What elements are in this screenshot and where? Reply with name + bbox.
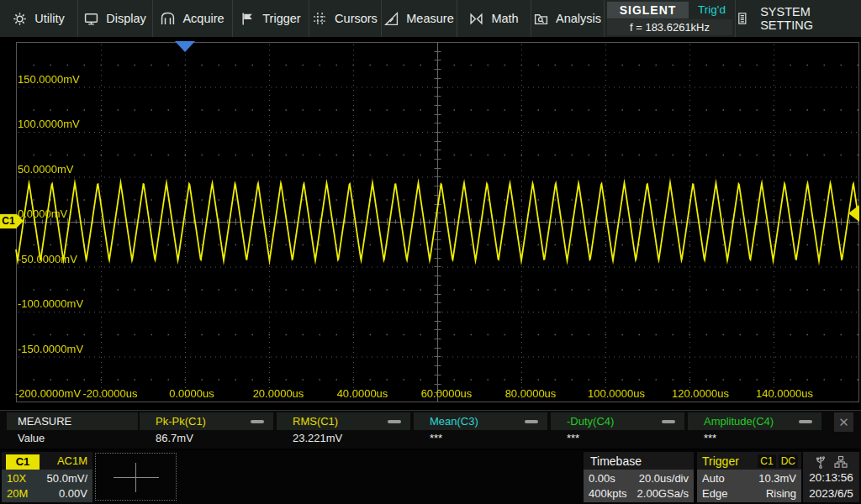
- menu-measure-label: Measure: [406, 12, 453, 25]
- measure-col-name: RMS(C1): [293, 415, 338, 428]
- trigger-level: 10.3mV: [758, 472, 796, 485]
- menu-display[interactable]: Display: [78, 0, 153, 37]
- trigger-status-badge: Trig'd: [689, 0, 735, 18]
- menu-cursors-label: Cursors: [335, 12, 378, 25]
- measure-ruler-icon: [384, 12, 399, 26]
- x-axis-label: 60.0000us: [421, 387, 473, 400]
- acquire-icon: [161, 12, 175, 26]
- usb-icon: [815, 455, 827, 469]
- x-axis-label: 140.0000us: [756, 387, 813, 400]
- measure-col-name: -Duty(C4): [567, 415, 614, 428]
- menu-math[interactable]: Math: [457, 0, 531, 37]
- timebase-panel[interactable]: Timebase 0.00s 20.0us/div 400kpts 2.00GS…: [584, 452, 694, 502]
- x-axis-label: -20.0000us: [82, 387, 137, 400]
- x-axis-label: 120.0000us: [672, 387, 729, 400]
- clock-panel: 20:13:56 2023/6/5: [803, 452, 859, 502]
- measure-col-name: Amplitude(C4): [704, 415, 774, 428]
- crosshair-icon: [135, 463, 136, 492]
- flag-icon: [240, 12, 255, 26]
- clock-date: 2023/6/5: [809, 487, 853, 500]
- menu-analysis-label: Analysis: [556, 12, 601, 25]
- menu-cursors[interactable]: Cursors: [309, 0, 382, 37]
- channel1-badge[interactable]: C1: [6, 454, 40, 470]
- collapse-dash-icon[interactable]: [525, 420, 538, 423]
- measure-value: ***: [704, 432, 716, 444]
- oscilloscope-screen: Utility Display Acquire Trigger Cursors …: [0, 0, 861, 504]
- menu-trigger[interactable]: Trigger: [233, 0, 309, 37]
- waveform-plot-area: 150.0000mV 100.0000mV 50.0000mV 0.0000mV…: [0, 38, 861, 410]
- math-icon: [469, 12, 483, 26]
- system-setting-label: SYSTEM SETTING: [760, 5, 861, 32]
- frequency-readout: f = 183.6261kHz: [607, 19, 732, 35]
- measure-value: 23.221mV: [293, 432, 342, 444]
- trigger-panel[interactable]: Trigger C1 DC Auto 10.3mV Edge Rising: [697, 452, 801, 502]
- channel1-offset-marker[interactable]: C1: [0, 214, 17, 228]
- channel-attenuation: 10X: [7, 472, 26, 485]
- trigger-coupling-badge: DC: [779, 454, 798, 468]
- menu-analysis[interactable]: Analysis: [531, 0, 605, 37]
- collapse-dash-icon[interactable]: [662, 420, 675, 423]
- x-axis-label: 0.0000us: [169, 387, 214, 400]
- measure-value: ***: [430, 432, 442, 444]
- collapse-dash-icon[interactable]: [388, 420, 401, 423]
- menu-measure[interactable]: Measure: [382, 0, 457, 37]
- menu-utility[interactable]: Utility: [0, 0, 78, 37]
- close-measure-icon[interactable]: ✕: [834, 412, 853, 432]
- trigger-mode: Auto: [702, 472, 725, 485]
- measure-col-amplitude[interactable]: Amplitude(C4): [688, 412, 821, 430]
- trigger-slope: Rising: [766, 487, 796, 500]
- menu-acquire-label: Acquire: [182, 12, 224, 25]
- measure-value: ***: [567, 432, 579, 444]
- y-axis-label: -50.0000mV: [18, 253, 77, 265]
- add-channel-box[interactable]: [95, 453, 177, 501]
- x-axis-label: 20.0000us: [253, 387, 304, 400]
- lan-icon: [834, 455, 848, 469]
- logo-status-block: SIGLENT Trig'd f = 183.6261kHz: [605, 0, 736, 37]
- list-icon: [736, 11, 748, 26]
- channel-bandwidth: 20M: [7, 487, 28, 500]
- x-axis-label: 40.0000us: [337, 387, 388, 400]
- measure-col-name: Mean(C3): [430, 415, 478, 428]
- analysis-icon: [534, 12, 548, 26]
- x-axis-label: 100.0000us: [588, 387, 645, 400]
- trigger-position-marker[interactable]: [175, 41, 195, 52]
- timebase-title: Timebase: [584, 452, 694, 470]
- menu-trigger-label: Trigger: [262, 12, 300, 25]
- y-axis-label: 100.0000mV: [18, 118, 80, 130]
- y-axis-label: 0.0000mV: [18, 207, 67, 220]
- timebase-scale: 20.0us/div: [639, 472, 689, 485]
- y-axis-label: -200.0000mV: [15, 387, 81, 400]
- siglent-logo: SIGLENT: [607, 2, 689, 18]
- measure-col-duty[interactable]: -Duty(C4): [551, 412, 684, 430]
- x-axis-label: 80.0000us: [505, 387, 557, 400]
- y-axis-label: 150.0000mV: [18, 73, 80, 86]
- trigger-source-badge: C1: [758, 454, 775, 468]
- measure-col-rms[interactable]: RMS(C1): [277, 412, 410, 430]
- measure-col-pkpk[interactable]: Pk-Pk(C1): [140, 412, 273, 430]
- trigger-type: Edge: [702, 487, 727, 500]
- trigger-title: Trigger: [702, 454, 739, 468]
- status-bar: AC1M C1 10X 50.0mV/ 20M 0.00V Timebase: [0, 450, 861, 504]
- system-setting-button[interactable]: SYSTEM SETTING: [736, 0, 861, 37]
- trigger-level-marker[interactable]: [848, 205, 859, 222]
- channel-scale: 50.0mV/: [47, 472, 87, 485]
- y-axis-label: -100.0000mV: [18, 297, 83, 310]
- gear-icon: [13, 12, 27, 26]
- menu-display-label: Display: [106, 12, 146, 25]
- menu-acquire[interactable]: Acquire: [153, 0, 233, 37]
- timebase-sample-rate: 2.00GSa/s: [637, 487, 689, 500]
- channel1-panel[interactable]: AC1M C1 10X 50.0mV/ 20M 0.00V: [2, 452, 92, 502]
- measure-col-mean[interactable]: Mean(C3): [414, 412, 547, 430]
- crosshair-icon: [114, 477, 159, 478]
- y-axis-label: -150.0000mV: [18, 343, 83, 355]
- measure-panel: MEASURE Pk-Pk(C1) RMS(C1) Mean(C3) -Duty…: [0, 410, 861, 449]
- clock-time: 20:13:56: [809, 471, 853, 484]
- menu-utility-label: Utility: [34, 12, 64, 25]
- display-icon: [84, 12, 98, 26]
- menu-math-label: Math: [491, 12, 518, 25]
- collapse-dash-icon[interactable]: [799, 420, 812, 423]
- measure-col-name: Pk-Pk(C1): [156, 415, 206, 428]
- collapse-dash-icon[interactable]: [251, 420, 264, 423]
- waveform-display[interactable]: [0, 38, 861, 410]
- y-axis-label: 50.0000mV: [18, 163, 74, 176]
